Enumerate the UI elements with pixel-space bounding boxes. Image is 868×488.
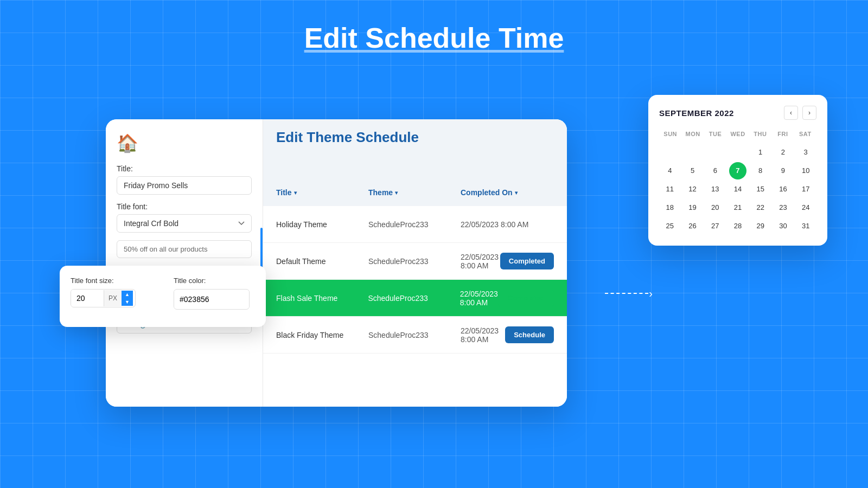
home-icon: 🏠 <box>117 133 252 153</box>
calendar-next-button[interactable]: › <box>802 106 816 120</box>
row2-status-button[interactable]: Completed <box>500 253 554 269</box>
weekday-fri: FRI <box>771 129 794 139</box>
weekday-tue: TUE <box>704 129 726 139</box>
cal-day-7-today[interactable]: 7 <box>729 162 746 179</box>
title-font-select[interactable]: Integral Crf Bold Arial Helvetica Roboto <box>117 214 252 233</box>
table-body: Holiday Theme ScheduleProc233 22/05/2023… <box>263 206 567 354</box>
title-font-size-section: Title font size: PX ▲ ▼ <box>71 277 152 310</box>
cal-day-30[interactable]: 30 <box>774 217 792 235</box>
row4-status-button[interactable]: Schedule <box>505 326 554 343</box>
scrollbar[interactable] <box>260 228 263 271</box>
cal-day-empty <box>729 144 746 161</box>
cal-day-3[interactable]: 3 <box>797 144 814 161</box>
cal-day-22[interactable]: 22 <box>752 199 769 216</box>
row3-theme: ScheduleProc233 <box>368 294 459 303</box>
title-color-label: Title color: <box>174 277 255 285</box>
row4-date: 22/05/2023 8:00 AM <box>461 326 505 344</box>
title-color-section: Title color: <box>174 277 255 310</box>
title-font-size-input[interactable] <box>71 290 104 307</box>
weekday-thu: THU <box>749 129 771 139</box>
title-color-input[interactable] <box>174 291 250 308</box>
row3-title: Flash Sale Theme <box>276 294 368 303</box>
title-font-size-down[interactable]: ▼ <box>125 298 130 306</box>
row3-status-button[interactable]: Completed <box>498 288 554 307</box>
table-row: Holiday Theme ScheduleProc233 22/05/2023… <box>263 206 567 243</box>
schedule-title: Edit Theme Schedule <box>276 129 554 146</box>
cal-day-16[interactable]: 16 <box>774 181 792 198</box>
calendar-header: SEPTEMBER 2022 ‹ › <box>659 106 816 120</box>
calendar-grid: SUN MON TUE WED THU FRI SAT 1 2 3 4 5 6 … <box>659 129 816 235</box>
cal-day-8[interactable]: 8 <box>752 162 769 179</box>
theme-sort-icon: ▾ <box>395 190 398 196</box>
weekday-mon: MON <box>681 129 704 139</box>
completed-sort-icon: ▾ <box>515 190 518 196</box>
subtitle-text: 50% off on all our products <box>117 240 252 258</box>
title-input[interactable] <box>117 176 252 195</box>
cal-day-6[interactable]: 6 <box>706 162 724 179</box>
col-completed-on[interactable]: Completed On ▾ <box>461 188 554 197</box>
cal-day-19[interactable]: 19 <box>684 199 701 216</box>
title-font-size-up[interactable]: ▲ <box>125 291 130 298</box>
page-title: Edit Schedule Time <box>304 22 564 54</box>
cal-day-15[interactable]: 15 <box>752 181 769 198</box>
right-panel: Edit Theme Schedule Title ▾ Theme ▾ Comp… <box>263 119 567 407</box>
row3-date: 22/05/2023 8:00 AM <box>460 290 498 307</box>
table-headers: Title ▾ Theme ▾ Completed On ▾ <box>263 179 567 206</box>
cal-day-21[interactable]: 21 <box>729 199 746 216</box>
title-font-size-label: Title font size: <box>71 277 152 285</box>
title-font-label: Title font: <box>117 202 252 211</box>
cal-day-5[interactable]: 5 <box>684 162 701 179</box>
weekday-sat: SAT <box>794 129 816 139</box>
cal-day-1[interactable]: 1 <box>752 144 769 161</box>
col-theme[interactable]: Theme ▾ <box>368 188 461 197</box>
left-panel: 🏠 Title: Title font: Integral Crf Bold A… <box>106 119 263 407</box>
row1-date: 22/05/2023 8:00 AM <box>461 220 554 229</box>
cal-day-18[interactable]: 18 <box>661 199 679 216</box>
cal-day-29[interactable]: 29 <box>752 217 769 235</box>
row2-theme: ScheduleProc233 <box>368 257 461 266</box>
cal-day-14[interactable]: 14 <box>729 181 746 198</box>
cal-day-25[interactable]: 25 <box>661 217 679 235</box>
cal-day-24[interactable]: 24 <box>797 199 814 216</box>
row2-title: Default Theme <box>276 257 368 266</box>
cal-day-31[interactable]: 31 <box>797 217 814 235</box>
cal-day-13[interactable]: 13 <box>706 181 724 198</box>
cal-day-4[interactable]: 4 <box>661 162 679 179</box>
cal-day-23[interactable]: 23 <box>774 199 792 216</box>
cal-day-11[interactable]: 11 <box>661 181 679 198</box>
title-font-size-arrows: ▲ ▼ <box>122 291 133 306</box>
calendar-nav: ‹ › <box>784 106 816 120</box>
row1-title: Holiday Theme <box>276 220 368 229</box>
cal-day-28[interactable]: 28 <box>729 217 746 235</box>
row1-theme: ScheduleProc233 <box>368 220 461 229</box>
row4-theme: ScheduleProc233 <box>368 331 461 339</box>
font-popup-row: Title font size: PX ▲ ▼ Title color: <box>71 277 255 310</box>
title-font-size-unit: PX <box>104 290 122 306</box>
cal-day-17[interactable]: 17 <box>797 181 814 198</box>
schedule-header: Edit Theme Schedule <box>263 119 567 179</box>
cal-day-27[interactable]: 27 <box>706 217 724 235</box>
dashed-arrow-right <box>605 293 648 294</box>
weekday-wed: WED <box>726 129 749 139</box>
table-row: Black Friday Theme ScheduleProc233 22/05… <box>263 317 567 354</box>
main-card: 🏠 Title: Title font: Integral Crf Bold A… <box>106 119 567 407</box>
title-sort-icon: ▾ <box>294 190 297 196</box>
weekday-sun: SUN <box>659 129 681 139</box>
title-font-size-wrap: PX ▲ ▼ <box>71 289 136 307</box>
cal-day-9[interactable]: 9 <box>774 162 792 179</box>
col-title[interactable]: Title ▾ <box>276 188 368 197</box>
calendar-prev-button[interactable]: ‹ <box>784 106 798 120</box>
calendar-days: 1 2 3 4 5 6 7 8 9 10 11 12 13 14 15 16 1… <box>659 144 816 235</box>
cal-day-12[interactable]: 12 <box>684 181 701 198</box>
cal-day-10[interactable]: 10 <box>797 162 814 179</box>
font-size-popup: Title font size: PX ▲ ▼ Title color: <box>60 266 266 327</box>
cal-day-20[interactable]: 20 <box>706 199 724 216</box>
calendar-card: SEPTEMBER 2022 ‹ › SUN MON TUE WED THU F… <box>648 95 827 246</box>
calendar-month: SEPTEMBER 2022 <box>659 108 734 118</box>
row4-title: Black Friday Theme <box>276 331 368 339</box>
title-color-wrap <box>174 289 250 310</box>
cal-day-2[interactable]: 2 <box>774 144 792 161</box>
cal-day-empty <box>661 144 679 161</box>
cal-day-26[interactable]: 26 <box>684 217 701 235</box>
cal-day-empty <box>684 144 701 161</box>
